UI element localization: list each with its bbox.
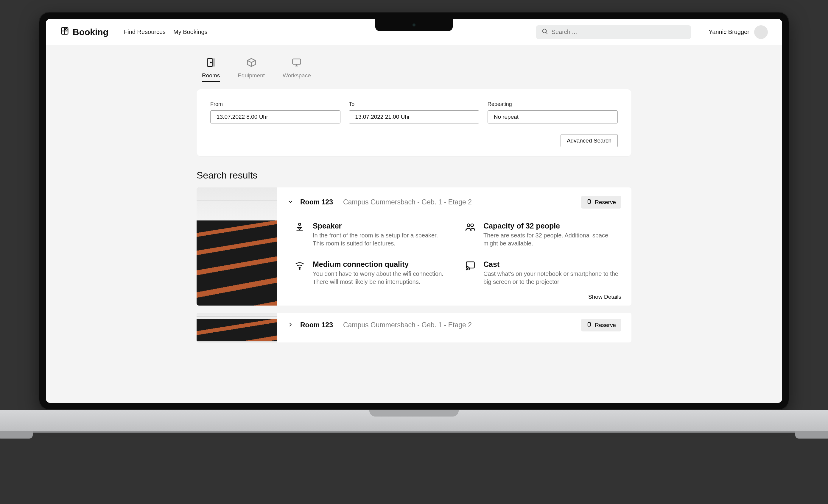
feature-title: Speaker xyxy=(313,222,451,230)
reserve-button[interactable]: Reserve xyxy=(581,319,621,331)
results-list: Room 123 Campus Gummersbach - Geb. 1 - E… xyxy=(197,187,631,342)
room-thumbnail xyxy=(197,313,277,342)
feature-people: Capacity of 32 people There are seats fo… xyxy=(465,222,621,247)
reserve-button[interactable]: Reserve xyxy=(581,196,621,209)
result-card: Room 123 Campus Gummersbach - Geb. 1 - E… xyxy=(197,187,631,306)
filter-panel: From To Repeating N xyxy=(197,89,631,156)
global-search[interactable] xyxy=(536,25,691,39)
feature-title: Medium connection quality xyxy=(313,260,451,269)
svg-point-1 xyxy=(66,29,67,30)
svg-point-9 xyxy=(467,224,470,227)
laptop-base xyxy=(0,410,828,431)
advanced-search-button[interactable]: Advanced Search xyxy=(561,134,618,147)
user-menu[interactable]: Yannic Brügger xyxy=(709,25,768,39)
avatar[interactable] xyxy=(754,25,768,39)
brand-text: Booking xyxy=(73,27,109,37)
nav-find-resources[interactable]: Find Resources xyxy=(124,29,166,35)
wifi-icon xyxy=(294,260,305,286)
room-name: Room 123 xyxy=(300,198,333,206)
room-name: Room 123 xyxy=(300,321,333,329)
logo-icon xyxy=(60,27,69,38)
result-card: Room 123 Campus Gummersbach - Geb. 1 - E… xyxy=(197,313,631,342)
feature-desc: There are seats for 32 people. Additiona… xyxy=(484,231,621,247)
svg-point-4 xyxy=(211,62,211,63)
laptop-mock: Booking Find Resources My Bookings xyxy=(39,12,789,431)
cast-icon xyxy=(465,260,475,286)
to-input[interactable] xyxy=(349,110,479,124)
show-details-link[interactable]: Show Details xyxy=(588,294,621,300)
results-heading: Search results xyxy=(197,170,631,181)
page-scroll[interactable]: Rooms Equipment xyxy=(46,45,782,403)
svg-point-2 xyxy=(542,29,546,33)
feature-desc: In the front of the room is a setup for … xyxy=(313,231,451,247)
tab-rooms[interactable]: Rooms xyxy=(202,57,220,82)
repeat-label: Repeating xyxy=(488,101,618,107)
card-body: Room 123 Campus Gummersbach - Geb. 1 - E… xyxy=(277,187,631,306)
screen-bezel: Booking Find Resources My Bookings xyxy=(39,12,789,410)
reserve-label: Reserve xyxy=(595,199,616,205)
feature-title: Capacity of 32 people xyxy=(484,222,621,230)
clipboard-icon xyxy=(586,199,592,205)
speaker-icon xyxy=(294,222,305,247)
field-to: To xyxy=(349,101,479,124)
expand-toggle[interactable] xyxy=(287,198,294,206)
svg-point-13 xyxy=(466,269,467,270)
card-head: Room 123 Campus Gummersbach - Geb. 1 - E… xyxy=(287,319,621,331)
monitor-icon xyxy=(291,57,302,69)
box-icon xyxy=(246,57,257,69)
tab-label: Equipment xyxy=(238,72,265,79)
brand[interactable]: Booking xyxy=(60,27,109,38)
tab-equipment[interactable]: Equipment xyxy=(238,57,265,82)
feature-title: Cast xyxy=(484,260,621,269)
search-input[interactable] xyxy=(551,29,686,35)
svg-point-11 xyxy=(299,269,300,270)
from-label: From xyxy=(210,101,340,107)
repeat-select[interactable]: No repeat xyxy=(488,110,618,124)
user-name: Yannic Brügger xyxy=(709,29,749,35)
expand-toggle[interactable] xyxy=(287,321,294,329)
feature-wifi: Medium connection quality You don't have… xyxy=(294,260,451,286)
app-root: Booking Find Resources My Bookings xyxy=(46,19,782,403)
door-icon xyxy=(206,57,216,69)
filter-fields: From To Repeating N xyxy=(210,101,618,124)
room-location: Campus Gummersbach - Geb. 1 - Etage 2 xyxy=(343,198,472,206)
feature-cast: Cast Cast what's on your notebook or sma… xyxy=(465,260,621,286)
svg-point-8 xyxy=(298,223,301,226)
svg-point-10 xyxy=(471,224,473,227)
nav-my-bookings[interactable]: My Bookings xyxy=(173,29,208,35)
repeat-value: No repeat xyxy=(494,113,519,120)
to-label: To xyxy=(349,101,479,107)
field-from: From xyxy=(210,101,340,124)
clipboard-icon xyxy=(586,322,592,328)
card-body: Room 123 Campus Gummersbach - Geb. 1 - E… xyxy=(277,313,631,342)
svg-rect-5 xyxy=(293,59,301,64)
feature-grid: Speaker In the front of the room is a se… xyxy=(294,222,621,286)
field-repeating: Repeating No repeat xyxy=(488,101,618,124)
resource-tabs: Rooms Equipment xyxy=(197,57,631,89)
nav-links: Find Resources My Bookings xyxy=(124,29,208,35)
panel-actions: Advanced Search xyxy=(210,134,618,147)
feature-desc: You don't have to worry about the wifi c… xyxy=(313,270,451,286)
screen: Booking Find Resources My Bookings xyxy=(46,19,782,403)
tab-label: Workspace xyxy=(283,72,311,79)
room-location: Campus Gummersbach - Geb. 1 - Etage 2 xyxy=(343,321,472,329)
from-input[interactable] xyxy=(210,110,340,124)
svg-rect-12 xyxy=(466,262,474,268)
search-icon xyxy=(541,28,548,36)
feature-speaker: Speaker In the front of the room is a se… xyxy=(294,222,451,247)
room-thumbnail xyxy=(197,187,277,306)
feature-desc: Cast what's on your notebook or smartpho… xyxy=(484,270,621,286)
tab-workspace[interactable]: Workspace xyxy=(283,57,311,82)
page-container: Rooms Equipment xyxy=(197,57,631,342)
tab-label: Rooms xyxy=(202,72,220,79)
reserve-label: Reserve xyxy=(595,322,616,328)
people-icon xyxy=(465,222,475,247)
card-head: Room 123 Campus Gummersbach - Geb. 1 - E… xyxy=(287,196,621,209)
notch xyxy=(375,19,453,31)
